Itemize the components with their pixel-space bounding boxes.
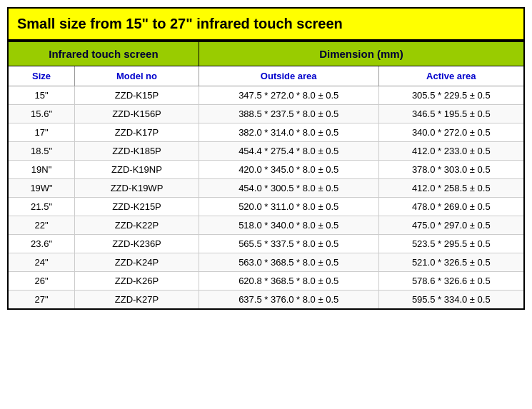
cell-model: ZZD-K215P: [75, 198, 199, 216]
cell-active: 305.5 * 229.5 ± 0.5: [378, 86, 524, 105]
col-header-active: Active area: [378, 66, 524, 86]
cell-active: 578.6 * 326.6 ± 0.5: [378, 272, 524, 291]
cell-outside: 382.0 * 314.0 * 8.0 ± 0.5: [199, 123, 378, 142]
cell-size: 21.5": [8, 198, 75, 216]
group-header-col2: Dimension (mm): [199, 41, 524, 66]
cell-model: ZZD-K185P: [75, 142, 199, 161]
group-header-row: Infrared touch screen Dimension (mm): [8, 41, 524, 66]
cell-outside: 620.8 * 368.5 * 8.0 ± 0.5: [199, 272, 378, 291]
cell-size: 26": [8, 272, 75, 291]
cell-model: ZZD-K15P: [75, 86, 199, 105]
cell-size: 19W": [8, 179, 75, 198]
cell-model: ZZD-K19WP: [75, 179, 199, 198]
table-row: 21.5"ZZD-K215P520.0 * 311.0 * 8.0 ± 0.54…: [8, 198, 524, 216]
cell-outside: 420.0 * 345.0 * 8.0 ± 0.5: [199, 161, 378, 179]
table-row: 19N"ZZD-K19NP420.0 * 345.0 * 8.0 ± 0.537…: [8, 161, 524, 179]
table-row: 22"ZZD-K22P518.0 * 340.0 * 8.0 ± 0.5475.…: [8, 216, 524, 235]
cell-model: ZZD-K17P: [75, 123, 199, 142]
cell-active: 478.0 * 269.0 ± 0.5: [378, 198, 524, 216]
cell-active: 412.0 * 258.5 ± 0.5: [378, 179, 524, 198]
cell-outside: 637.5 * 376.0 * 8.0 ± 0.5: [199, 291, 378, 310]
table-row: 23.6"ZZD-K236P565.5 * 337.5 * 8.0 ± 0.55…: [8, 235, 524, 253]
cell-active: 595.5 * 334.0 ± 0.5: [378, 291, 524, 310]
cell-active: 475.0 * 297.0 ± 0.5: [378, 216, 524, 235]
cell-active: 412.0 * 233.0 ± 0.5: [378, 142, 524, 161]
table-row: 17"ZZD-K17P382.0 * 314.0 * 8.0 ± 0.5340.…: [8, 123, 524, 142]
col-header-model: Model no: [75, 66, 199, 86]
cell-outside: 388.5 * 237.5 * 8.0 ± 0.5: [199, 105, 378, 123]
cell-model: ZZD-K26P: [75, 272, 199, 291]
table-row: 26"ZZD-K26P620.8 * 368.5 * 8.0 ± 0.5578.…: [8, 272, 524, 291]
table-row: 15"ZZD-K15P347.5 * 272.0 * 8.0 ± 0.5305.…: [8, 86, 524, 105]
cell-active: 340.0 * 272.0 ± 0.5: [378, 123, 524, 142]
column-header-row: Size Model no Outside area Active area: [8, 66, 524, 86]
cell-model: ZZD-K27P: [75, 291, 199, 310]
cell-outside: 565.5 * 337.5 * 8.0 ± 0.5: [199, 235, 378, 253]
cell-size: 17": [8, 123, 75, 142]
cell-active: 378.0 * 303.0 ± 0.5: [378, 161, 524, 179]
cell-outside: 518.0 * 340.0 * 8.0 ± 0.5: [199, 216, 378, 235]
cell-active: 521.0 * 326.5 ± 0.5: [378, 253, 524, 272]
table-row: 27"ZZD-K27P637.5 * 376.0 * 8.0 ± 0.5595.…: [8, 291, 524, 310]
cell-size: 15.6": [8, 105, 75, 123]
cell-size: 19N": [8, 161, 75, 179]
cell-size: 27": [8, 291, 75, 310]
cell-outside: 347.5 * 272.0 * 8.0 ± 0.5: [199, 86, 378, 105]
table-row: 18.5"ZZD-K185P454.4 * 275.4 * 8.0 ± 0.54…: [8, 142, 524, 161]
col-header-outside: Outside area: [199, 66, 378, 86]
cell-active: 523.5 * 295.5 ± 0.5: [378, 235, 524, 253]
page-title: Small size from 15" to 27" infrared touc…: [7, 7, 525, 41]
cell-model: ZZD-K156P: [75, 105, 199, 123]
cell-outside: 520.0 * 311.0 * 8.0 ± 0.5: [199, 198, 378, 216]
cell-active: 346.5 * 195.5 ± 0.5: [378, 105, 524, 123]
group-header-col1: Infrared touch screen: [8, 41, 199, 66]
cell-outside: 563.0 * 368.5 * 8.0 ± 0.5: [199, 253, 378, 272]
table-row: 15.6"ZZD-K156P388.5 * 237.5 * 8.0 ± 0.53…: [8, 105, 524, 123]
cell-outside: 454.4 * 275.4 * 8.0 ± 0.5: [199, 142, 378, 161]
col-header-size: Size: [8, 66, 75, 86]
cell-size: 24": [8, 253, 75, 272]
cell-model: ZZD-K236P: [75, 235, 199, 253]
cell-model: ZZD-K22P: [75, 216, 199, 235]
cell-size: 22": [8, 216, 75, 235]
table-row: 19W"ZZD-K19WP454.0 * 300.5 * 8.0 ± 0.541…: [8, 179, 524, 198]
cell-size: 18.5": [8, 142, 75, 161]
cell-outside: 454.0 * 300.5 * 8.0 ± 0.5: [199, 179, 378, 198]
cell-size: 15": [8, 86, 75, 105]
cell-size: 23.6": [8, 235, 75, 253]
cell-model: ZZD-K19NP: [75, 161, 199, 179]
cell-model: ZZD-K24P: [75, 253, 199, 272]
table-row: 24"ZZD-K24P563.0 * 368.5 * 8.0 ± 0.5521.…: [8, 253, 524, 272]
